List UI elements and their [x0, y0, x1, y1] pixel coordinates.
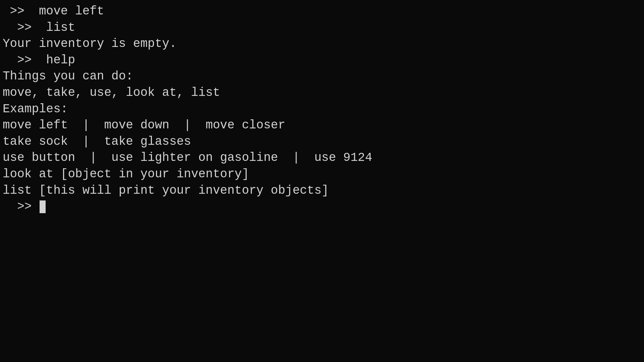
- terminal-output-line: look at [object in your inventory]: [3, 166, 641, 183]
- terminal-output-line: list [this will print your inventory obj…: [3, 183, 641, 199]
- terminal-prompt-line: >> list: [3, 20, 641, 36]
- terminal-prompt-empty[interactable]: >>: [3, 199, 641, 215]
- terminal-prompt-line: >> help: [3, 52, 641, 69]
- terminal-container[interactable]: >> move left >> listYour inventory is em…: [3, 3, 641, 215]
- terminal-output-line: move, take, use, look at, list: [3, 85, 641, 101]
- terminal-prompt-line: >> move left: [3, 3, 641, 20]
- terminal-output-line: take sock | take glasses: [3, 134, 641, 150]
- terminal-output-line: Your inventory is empty.: [3, 36, 641, 52]
- cursor-blink: [40, 200, 46, 213]
- prompt-prefix: >>: [3, 199, 39, 215]
- terminal-output-line: use button | use lighter on gasoline | u…: [3, 150, 641, 166]
- terminal-output-line: Examples:: [3, 101, 641, 118]
- terminal-output-line: Things you can do:: [3, 68, 641, 85]
- terminal-output-line: move left | move down | move closer: [3, 117, 641, 134]
